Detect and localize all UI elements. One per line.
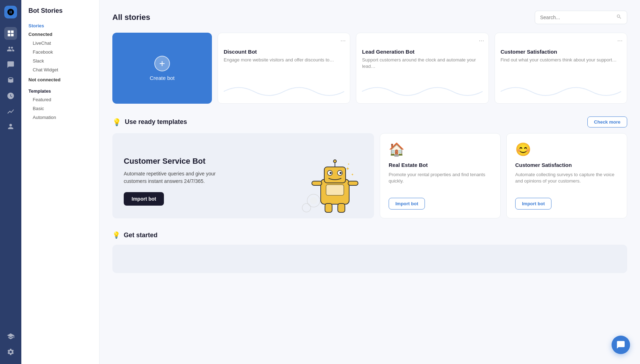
discount-bot-wave: [224, 83, 344, 98]
sidebar-item-livechat[interactable]: LiveChat: [21, 39, 99, 48]
nav-users-icon[interactable]: [4, 43, 17, 55]
search-icon: [616, 14, 622, 21]
csat-template-desc: Automate collecting surveys to capture t…: [515, 172, 618, 194]
template-cards-row: Customer Service Bot Automate repetitive…: [112, 133, 627, 218]
nav-database-icon[interactable]: [4, 74, 17, 87]
real-estate-icon: 🏠: [389, 142, 492, 157]
get-started-header: 💡 Get started: [112, 231, 627, 239]
svg-point-17: [310, 197, 317, 204]
template-featured-card: Customer Service Bot Automate repetitive…: [112, 133, 374, 218]
discount-bot-title: Discount Bot: [224, 49, 344, 55]
get-started-bulb-icon: 💡: [112, 231, 120, 239]
discount-bot-more-btn[interactable]: ···: [340, 37, 346, 44]
featured-import-button[interactable]: Import bot: [124, 192, 164, 206]
real-estate-desc: Promote your rental properties and find …: [389, 172, 492, 194]
discount-bot-card[interactable]: ··· Discount Bot Engage more website vis…: [218, 33, 350, 104]
page-title: All stories: [112, 13, 150, 22]
search-box[interactable]: [535, 11, 627, 24]
nav-chat-icon[interactable]: [4, 58, 17, 71]
svg-rect-1: [324, 167, 346, 183]
header: All stories: [112, 11, 627, 24]
discount-bot-desc: Engage more website visitors and offer d…: [224, 57, 344, 83]
svg-text:✦: ✦: [346, 166, 350, 172]
check-more-button[interactable]: Check more: [587, 116, 627, 127]
search-input[interactable]: [540, 15, 613, 20]
nav-dashboard-icon[interactable]: [4, 27, 17, 40]
templates-section-title: 💡 Use ready templates: [112, 118, 187, 126]
app-icon[interactable]: [4, 6, 17, 18]
lead-gen-bot-title: Lead Generation Bot: [362, 49, 482, 55]
real-estate-title: Real Estate Bot: [389, 162, 492, 168]
lead-gen-bot-card[interactable]: ··· Lead Generation Bot Support customer…: [356, 33, 489, 104]
sidebar-item-automation[interactable]: Automation: [21, 113, 99, 122]
csat-template-icon: 😊: [515, 142, 618, 157]
sidebar-item-basic[interactable]: Basic: [21, 104, 99, 113]
featured-card-desc: Automate repetitive queries and give you…: [124, 170, 238, 185]
lead-gen-bot-wave: [362, 83, 482, 98]
get-started-card: [112, 245, 627, 273]
sidebar-stories-label[interactable]: Stories: [21, 20, 99, 30]
sidebar: Bot Stories Stories Connected LiveChat F…: [21, 0, 100, 364]
lead-gen-bot-desc: Support customers around the clock and a…: [362, 57, 482, 83]
csat-template-title: Customer Satisfaction: [515, 162, 618, 168]
bulb-icon: 💡: [112, 118, 121, 126]
csat-template-card: 😊 Customer Satisfaction Automate collect…: [506, 133, 627, 218]
nav-settings-icon[interactable]: [4, 346, 17, 358]
sidebar-item-chat-widget[interactable]: Chat Widget: [21, 65, 99, 74]
create-plus-icon: +: [154, 56, 170, 71]
nav-clock-icon[interactable]: [4, 89, 17, 102]
lead-gen-bot-more-btn[interactable]: ···: [479, 37, 484, 44]
icon-bar: [0, 0, 21, 364]
sidebar-title: Bot Stories: [21, 7, 99, 20]
svg-rect-10: [325, 203, 332, 212]
customer-sat-desc: Find out what your customers think about…: [501, 57, 621, 83]
svg-point-3: [330, 172, 332, 174]
svg-rect-12: [326, 185, 344, 195]
customer-sat-more-btn[interactable]: ···: [617, 37, 623, 44]
sidebar-item-slack[interactable]: Slack: [21, 56, 99, 65]
get-started-title: Get started: [124, 232, 158, 239]
sidebar-item-connected: Connected: [21, 30, 99, 39]
float-chat-button[interactable]: [612, 336, 630, 354]
csat-import-button[interactable]: Import bot: [515, 198, 551, 210]
nav-education-icon[interactable]: [4, 330, 17, 343]
svg-point-5: [340, 172, 342, 174]
customer-sat-wave: [501, 83, 621, 98]
real-estate-bot-card: 🏠 Real Estate Bot Promote your rental pr…: [380, 133, 501, 218]
sidebar-item-not-connected: Not connected: [21, 74, 99, 84]
create-bot-label: Create bot: [150, 75, 175, 81]
templates-section-header: 💡 Use ready templates Check more: [112, 116, 627, 127]
real-estate-import-button[interactable]: Import bot: [389, 198, 425, 210]
svg-rect-8: [312, 181, 322, 185]
svg-rect-9: [348, 181, 358, 185]
sidebar-item-facebook[interactable]: Facebook: [21, 48, 99, 56]
create-bot-card[interactable]: + Create bot: [112, 33, 212, 104]
customer-sat-title: Customer Satisfaction: [501, 49, 621, 55]
nav-team-icon[interactable]: [4, 121, 17, 134]
customer-sat-card[interactable]: ··· Customer Satisfaction Find out what …: [495, 33, 627, 104]
nav-chart-icon[interactable]: [4, 105, 17, 118]
sidebar-templates-label[interactable]: Templates: [21, 84, 99, 95]
svg-point-18: [302, 203, 311, 212]
main-content: All stories + Create bot ··· Discount Bo…: [100, 0, 640, 364]
svg-text:✦: ✦: [351, 173, 354, 176]
all-stories-row: + Create bot ··· Discount Bot Engage mor…: [112, 33, 627, 104]
sidebar-item-featured[interactable]: Featured: [21, 95, 99, 104]
svg-rect-11: [338, 203, 345, 212]
featured-card-title: Customer Service Bot: [124, 157, 363, 166]
